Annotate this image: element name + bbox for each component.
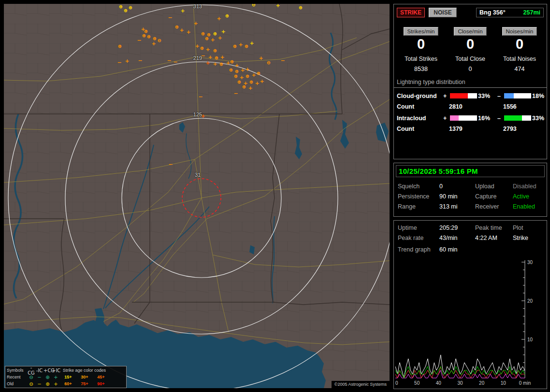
svg-text:0 min: 0 min <box>519 380 531 386</box>
ic-negative-pct: 33% <box>532 115 548 122</box>
svg-text:30: 30 <box>457 380 463 386</box>
svg-text:10: 10 <box>501 380 507 386</box>
squelch-label: Squelch <box>398 183 439 190</box>
strikes-counter: Strikes/min 0 Total Strikes 8538 <box>397 27 445 72</box>
trend-graph-header: Trend graph 60 min <box>394 241 547 253</box>
legend-symbol-icon: + <box>52 375 60 380</box>
legend-age-code: 75+ <box>76 381 93 386</box>
legend-symbols-header: Symbols <box>7 368 27 373</box>
close-per-min-button[interactable]: Close/min <box>454 27 486 36</box>
total-close-value: 0 <box>446 66 494 72</box>
cloud-ground-counts: Count 2810 1556 <box>394 103 547 110</box>
squelch-value: 0 <box>439 183 475 190</box>
map-legend: Symbols-CG-IC+CG+ICStrike age color code… <box>5 366 127 388</box>
ic-negative-bar <box>504 115 531 121</box>
legend-age-code: 60+ <box>60 381 76 386</box>
uptime-grid: Uptime 205:29 Peak time Plot Peak rate 4… <box>394 221 547 241</box>
legend-symbol-icon: ⊕ <box>43 375 52 380</box>
copyright-text: ©2005 Astrogenic Systems <box>332 381 390 388</box>
bearing-label: Bng 356° <box>479 9 506 16</box>
range-label: Range <box>398 203 439 210</box>
legend-age-code: 90+ <box>93 381 109 386</box>
trend-graph: 1020306050403020100 min <box>395 258 546 389</box>
plus-sign: + <box>443 93 449 99</box>
panel-status: 10/25/2025 5:59:16 PM Squelch 0 Upload D… <box>393 163 547 217</box>
legend-age-code: 45+ <box>93 375 109 379</box>
legend-symbol-icon: + <box>52 381 60 387</box>
strikes-per-min-button[interactable]: Strikes/min <box>404 27 439 36</box>
lightning-distribution: Lightning type distribution Cloud-ground… <box>394 79 547 132</box>
bearing-display: Bng 356° 257mi <box>476 8 544 17</box>
legend-symbol-icon: ⊖ <box>27 381 35 387</box>
ic-positive-count: 1379 <box>449 126 503 132</box>
legend-row-label: Old <box>7 381 27 386</box>
legend-age-code: 15+ <box>60 375 76 379</box>
cg-negative-pct: 18% <box>532 93 548 99</box>
cg-positive-count: 2810 <box>449 103 503 110</box>
ic-negative-count: 2793 <box>503 126 544 132</box>
plus-sign: + <box>443 115 449 122</box>
legend-symbol-icon: ⊖ <box>27 375 35 380</box>
svg-text:40: 40 <box>436 380 442 386</box>
legend-symbol-icon: ⊕ <box>43 381 52 387</box>
cg-negative-bar <box>504 93 531 98</box>
range-value: 313 mi <box>439 203 475 210</box>
legend-symbol-header: +CG <box>43 368 52 373</box>
cg-negative-count: 1556 <box>503 103 544 110</box>
cg-positive-bar <box>450 93 477 98</box>
settings-grid: Squelch 0 Upload Disabled Persistence 90… <box>394 179 547 210</box>
svg-text:50: 50 <box>414 380 420 386</box>
noises-per-min-value: 0 <box>495 37 544 52</box>
noises-counter: Noises/min 0 Total Noises 474 <box>495 27 544 72</box>
count-label: Count <box>397 126 449 132</box>
peak-rate-value: 43/min <box>439 235 475 241</box>
map-area[interactable]: ⊕⊕⊕⊖+⊕+⊕⊕⊕⊕+⊖−⊕+−−+⊕++++⊕⊕⊕⊕⊕++++⊕+⊕⊕+⊕+… <box>4 4 390 388</box>
legend-age-code: 30+ <box>76 375 93 379</box>
cloud-ground-row: Cloud-ground + 33% – 18% <box>394 93 547 99</box>
receiver-label: Receiver <box>475 203 513 210</box>
receiver-status: Enabled <box>513 203 547 210</box>
count-label: Count <box>397 103 449 110</box>
datetime-display: 10/25/2025 5:59:16 PM <box>396 165 545 177</box>
map-canvas <box>4 4 390 388</box>
capture-status: Active <box>513 193 547 200</box>
minus-sign: – <box>497 93 503 99</box>
trend-graph-duration: 60 min <box>439 246 547 253</box>
upload-status: Disabled <box>513 183 547 190</box>
ic-positive-bar <box>450 115 477 121</box>
intracloud-label: Intracloud <box>397 115 442 122</box>
plot-value: Strike <box>513 235 547 241</box>
uptime-label: Uptime <box>398 224 439 231</box>
peak-time-label: Peak time <box>475 224 513 231</box>
trend-graph-label: Trend graph <box>398 246 439 253</box>
plot-label: Plot <box>513 224 547 231</box>
peak-rate-label: Peak rate <box>398 235 439 241</box>
bearing-range: 257mi <box>523 9 540 16</box>
total-strikes-label: Total Strikes <box>397 56 445 62</box>
strikes-per-min-value: 0 <box>397 37 445 52</box>
strike-button[interactable]: STRIKE <box>397 8 425 17</box>
total-noises-label: Total Noises <box>495 56 544 62</box>
peak-time-value: 4:22 AM <box>475 235 513 241</box>
total-noises-value: 474 <box>495 66 544 72</box>
legend-symbol-header: +IC <box>52 368 60 373</box>
cloud-ground-label: Cloud-ground <box>397 93 442 99</box>
noise-button[interactable]: NOISE <box>429 8 457 17</box>
svg-text:60: 60 <box>395 380 398 386</box>
total-strikes-value: 8538 <box>397 66 445 72</box>
legend-row-label: Recent <box>7 375 27 379</box>
legend-symbol-icon: − <box>35 381 43 387</box>
panel-trend: Uptime 205:29 Peak time Plot Peak rate 4… <box>393 220 547 389</box>
svg-text:30: 30 <box>527 260 533 265</box>
total-close-label: Total Close <box>446 56 494 62</box>
svg-text:10: 10 <box>527 337 533 342</box>
persistence-label: Persistence <box>398 193 439 200</box>
persistence-value: 90 min <box>439 193 475 200</box>
legend-age-header: Strike age color codes <box>60 368 125 373</box>
distribution-title: Lightning type distribution <box>394 79 547 88</box>
upload-label: Upload <box>475 183 513 190</box>
legend-symbol-header: -IC <box>35 368 43 373</box>
legend-symbol-icon: − <box>35 375 43 380</box>
noises-per-min-button[interactable]: Noises/min <box>502 27 537 36</box>
panel-statistics: STRIKE NOISE Bng 356° 257mi Strikes/min … <box>393 4 547 159</box>
